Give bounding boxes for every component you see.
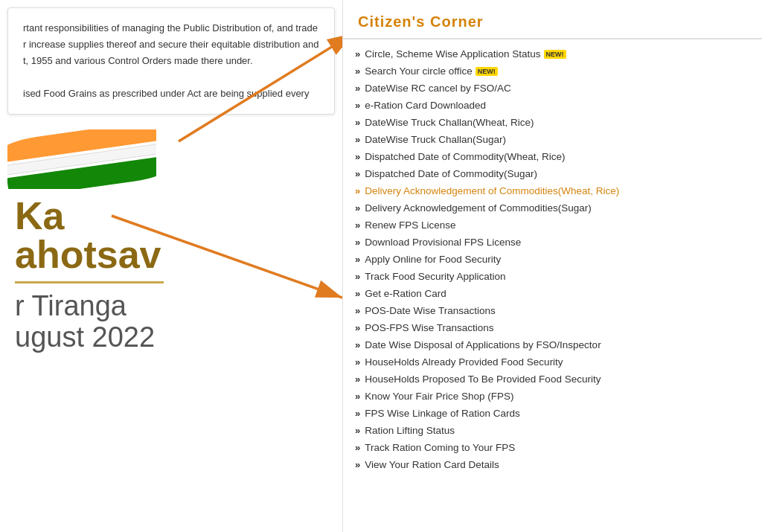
menu-label: Ration Lifting Status [365,425,455,436]
menu-item-households-already[interactable]: »HouseHolds Already Provided Food Securi… [343,353,762,371]
menu-label: Date Wise Disposal of Applications by FS… [365,339,601,350]
menu-label: Dispatched Date of Commodity(Sugar) [365,168,537,179]
citizens-corner-header: Citizen's Corner [343,7,762,39]
menu-item-circle-scheme-status[interactable]: »Circle, Scheme Wise Application StatusN… [343,45,762,63]
menu-bullet: » [355,339,360,350]
menu-label: FPS Wise Linkage of Ration Cards [365,408,520,419]
menu-bullet: » [355,305,360,316]
menu-bullet: » [355,442,360,453]
menu-bullet: » [355,100,360,111]
menu-item-datewise-rc-cancel[interactable]: »DateWise RC cancel by FSO/AC [343,80,762,97]
menu-item-download-fps-license[interactable]: »Download Provisional FPS License [343,234,762,251]
menu-label: Track Ration Coming to Your FPS [365,442,515,453]
arrow-down-right-icon [97,201,342,313]
menu-bullet: » [355,48,360,60]
menu-label: e-Ration Card Downloaded [365,100,486,111]
menu-item-renew-fps-license[interactable]: »Renew FPS License [343,217,762,234]
menu-label: Get e-Ration Card [365,288,446,299]
menu-label: DateWise RC cancel by FSO/AC [365,83,511,94]
menu-bullet: » [355,219,360,231]
menu-label: Know Your Fair Price Shop (FPS) [365,391,513,402]
menu-item-track-ration-fps[interactable]: »Track Ration Coming to Your FPS [343,439,762,456]
menu-item-households-proposed[interactable]: »HouseHolds Proposed To Be Provided Food… [343,371,762,388]
menu-label: DateWise Truck Challan(Wheat, Rice) [365,117,534,128]
menu-item-ration-lifting[interactable]: »Ration Lifting Status [343,422,762,439]
menu-item-pos-fps-transactions[interactable]: »POS-FPS Wise Transactions [343,319,762,336]
menu-bullet: » [355,459,360,470]
menu-item-e-ration-download[interactable]: »e-Ration Card Downloaded [343,97,762,114]
menu-bullet: » [355,202,360,214]
menu-bullet: » [355,271,360,282]
menu-item-dispatched-wheat-rice[interactable]: »Dispatched Date of Commodity(Wheat, Ric… [343,148,762,165]
menu-bullet: » [355,65,360,77]
menu-label: Dispatched Date of Commodity(Wheat, Rice… [365,151,565,162]
menu-label: Renew FPS License [365,219,455,231]
menu-bullet: » [355,254,360,265]
menu-bullet: » [355,237,360,248]
left-panel: rtant responsibilities of managing the P… [0,0,342,532]
new-badge: NEW! [544,50,566,59]
menu-bullet: » [355,408,360,419]
menu-label: POS-FPS Wise Transactions [365,322,493,333]
flag-graphic [7,129,156,189]
menu-item-truck-challan-sugar[interactable]: »DateWise Truck Challan(Sugar) [343,131,762,148]
menu-label: Delivery Acknowledgement of Commodities(… [365,202,592,214]
menu-bullet: » [355,356,360,368]
arrow-up-right-icon [164,22,342,156]
menu-item-fps-linkage[interactable]: »FPS Wise Linkage of Ration Cards [343,405,762,422]
menu-bullet: » [355,117,360,128]
menu-bullet: » [355,168,360,179]
menu-item-apply-online-food-security[interactable]: »Apply Online for Food Security [343,251,762,268]
menu-item-dispatched-sugar[interactable]: »Dispatched Date of Commodity(Sugar) [343,165,762,182]
menu-item-view-ration-card[interactable]: »View Your Ration Card Details [343,456,762,473]
menu-item-delivery-ack-sugar[interactable]: »Delivery Acknowledgement of Commodities… [343,199,762,217]
menu-bullet: » [355,134,360,145]
menu-label: Delivery Acknowledgement of Commodities(… [365,185,619,196]
menu-label: Download Provisional FPS License [365,237,521,248]
menu-item-date-wise-disposal[interactable]: »Date Wise Disposal of Applications by F… [343,336,762,353]
svg-line-1 [179,33,342,141]
svg-line-3 [112,216,342,298]
menu-bullet: » [355,151,360,162]
menu-item-know-fps[interactable]: »Know Your Fair Price Shop (FPS) [343,388,762,405]
menu-bullet: » [355,185,360,196]
menu-bullet: » [355,288,360,299]
menu-label: Circle, Scheme Wise Application Status [365,48,540,60]
citizens-corner-menu: »Circle, Scheme Wise Application StatusN… [343,42,762,476]
new-badge: NEW! [476,67,498,76]
citizens-corner-title: Citizen's Corner [358,13,484,30]
menu-item-delivery-ack-wheat-rice[interactable]: »Delivery Acknowledgement of Commodities… [343,182,762,199]
ugust-text: ugust 2022 [15,322,327,353]
menu-label: Search Your circle office [365,65,473,77]
menu-label: HouseHolds Already Provided Food Securit… [365,356,563,368]
menu-label: Apply Online for Food Security [365,254,501,265]
menu-label: View Your Ration Card Details [365,459,499,470]
menu-item-pos-date-transactions[interactable]: »POS-Date Wise Transactions [343,302,762,319]
menu-bullet: » [355,425,360,436]
right-panel: Citizen's Corner »Circle, Scheme Wise Ap… [342,0,762,532]
menu-bullet: » [355,391,360,402]
menu-label: DateWise Truck Challan(Sugar) [365,134,506,145]
menu-bullet: » [355,374,360,385]
menu-label: POS-Date Wise Transactions [365,305,496,316]
menu-label: Track Food Security Application [365,271,505,282]
menu-bullet: » [355,322,360,333]
menu-item-search-circle-office[interactable]: »Search Your circle officeNEW! [343,63,762,80]
menu-item-get-e-ration[interactable]: »Get e-Ration Card [343,285,762,302]
menu-label: HouseHolds Proposed To Be Provided Food … [365,374,601,385]
menu-item-track-food-security[interactable]: »Track Food Security Application [343,268,762,285]
menu-item-truck-challan-wheat-rice[interactable]: »DateWise Truck Challan(Wheat, Rice) [343,114,762,131]
menu-bullet: » [355,83,360,94]
